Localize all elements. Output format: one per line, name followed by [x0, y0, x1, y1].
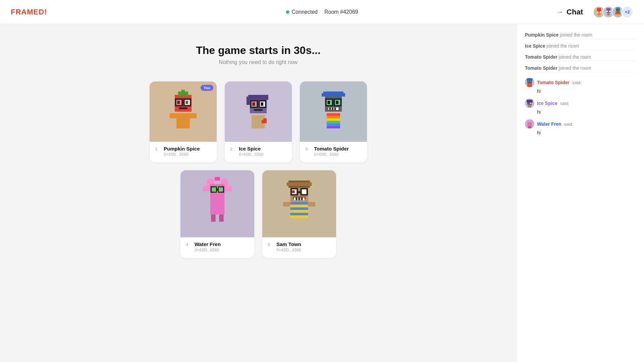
svg-rect-44 [261, 103, 264, 106]
player-card-4: 4 Water Fren 0×43f0...6560 [180, 170, 254, 258]
main-content: The game starts in 30s... Nothing you ne… [0, 24, 517, 362]
chat-said-ice-header: Ice Spice said: [525, 99, 636, 108]
player-3-name: Tomato Spider [314, 146, 362, 152]
chat-text-tomato: hi [525, 88, 636, 94]
svg-rect-46 [254, 109, 263, 111]
svg-rect-13 [615, 13, 621, 14]
svg-rect-118 [530, 81, 532, 82]
player-avatar-3 [300, 81, 367, 142]
svg-rect-52 [327, 121, 340, 124]
svg-rect-115 [527, 78, 533, 81]
player-2-details: Ice Spice 0×43f0...6560 [239, 146, 286, 157]
svg-rect-54 [327, 126, 340, 129]
svg-rect-122 [528, 103, 529, 104]
chat-join-1: Pumpkin Spice joined the room [525, 31, 636, 39]
chat-said-ice: Ice Spice said: hi [525, 99, 636, 115]
chat-said-water-header: Water Fren said: [525, 119, 636, 129]
svg-rect-57 [322, 93, 345, 97]
svg-rect-21 [178, 92, 181, 97]
player-card-2: 2 Ice Spice 0×43f0...6560 [225, 81, 292, 162]
room-label: Room #42069 [324, 9, 358, 15]
player-2-rank: 2 [230, 146, 235, 152]
said-label-water: said: [564, 122, 573, 127]
chat-avatar-water [525, 119, 534, 129]
svg-rect-86 [210, 198, 225, 215]
player-3-address: 0×43f0...6560 [314, 152, 362, 157]
svg-rect-109 [298, 197, 300, 200]
svg-rect-91 [290, 205, 308, 207]
chat-arrow-icon: → [556, 8, 563, 16]
svg-rect-33 [179, 108, 187, 109]
svg-rect-45 [252, 102, 257, 107]
player-avatar-4 [180, 170, 254, 237]
header: FRAMED! Connected Room #42069 → Chat [0, 0, 644, 24]
svg-rect-9 [609, 11, 610, 12]
chat-join-name-1: Pumpkin Spice [525, 32, 558, 38]
chat-join-text-2: joined the room [547, 43, 579, 49]
player-2-info: 2 Ice Spice 0×43f0...6560 [225, 142, 292, 162]
svg-rect-49 [327, 113, 340, 116]
player-3-rank: 3 [305, 146, 311, 152]
svg-rect-4 [600, 11, 601, 13]
svg-rect-82 [219, 188, 223, 191]
chat-join-name-3: Tomato Spider [525, 54, 557, 60]
chat-avatar-ice [525, 99, 534, 108]
svg-rect-68 [329, 108, 331, 110]
player-2-name: Ice Spice [239, 146, 286, 152]
player-avatar-5 [262, 170, 336, 237]
player-card-1: You [150, 81, 217, 162]
player-5-address: 0×43f0...6560 [276, 248, 331, 252]
svg-rect-22 [181, 90, 185, 95]
chat-join-text-1: joined the room [560, 32, 592, 38]
svg-rect-111 [283, 202, 290, 206]
svg-rect-65 [328, 101, 330, 104]
chat-join-text-3: joined the room [559, 54, 591, 60]
svg-rect-48 [263, 118, 267, 120]
svg-rect-36 [248, 95, 268, 100]
connected-label: Connected [292, 9, 318, 15]
chat-said-tomato: Tomato Spider said: hi [525, 78, 636, 94]
logo[interactable]: FRAMED! [11, 8, 47, 16]
connected-dot-icon [286, 10, 289, 14]
player-4-info: 4 Water Fren 0×43f0...6560 [180, 237, 254, 258]
player-avatar-2 [225, 81, 292, 142]
player-5-name: Sam Town [276, 241, 331, 247]
svg-rect-69 [332, 108, 333, 110]
avatar-row: +2 [593, 6, 633, 18]
svg-rect-105 [302, 190, 305, 193]
chat-panel: Pumpkin Spice joined the room Ice Spice … [517, 24, 644, 362]
player-4-rank: 4 [186, 242, 191, 247]
svg-rect-3 [597, 11, 598, 13]
chat-name-water: Water Fren [537, 121, 561, 127]
chat-label: Chat [567, 8, 583, 16]
svg-rect-87 [211, 215, 215, 222]
svg-rect-19 [190, 113, 197, 118]
game-title: The game starts in 30s... [196, 44, 321, 57]
svg-rect-117 [528, 81, 529, 82]
svg-rect-90 [290, 202, 308, 205]
svg-rect-11 [616, 7, 620, 9]
svg-rect-124 [528, 105, 532, 107]
svg-rect-70 [334, 108, 336, 110]
chat-join-text-4: joined the room [559, 65, 591, 71]
svg-rect-31 [176, 100, 181, 105]
svg-rect-62 [333, 102, 334, 103]
svg-rect-130 [530, 123, 532, 124]
chat-said-tomato-header: Tomato Spider said: [525, 78, 636, 87]
svg-rect-66 [336, 101, 339, 104]
chat-join-4: Tomato Spider joined the room [525, 64, 636, 72]
svg-rect-116 [527, 84, 532, 87]
svg-rect-112 [308, 202, 315, 206]
chat-toggle-button[interactable]: → Chat [552, 5, 588, 19]
svg-rect-88 [219, 215, 223, 222]
svg-rect-98 [287, 182, 312, 186]
svg-rect-103 [298, 191, 301, 193]
svg-rect-14 [615, 14, 621, 15]
svg-rect-104 [292, 190, 295, 193]
chat-name-ice: Ice Spice [537, 101, 557, 106]
svg-rect-8 [606, 11, 608, 12]
players-row-bottom: 4 Water Fren 0×43f0...6560 [180, 170, 336, 258]
svg-rect-7 [607, 13, 610, 15]
player-4-address: 0×43f0...6560 [195, 248, 249, 252]
svg-rect-17 [176, 113, 190, 128]
